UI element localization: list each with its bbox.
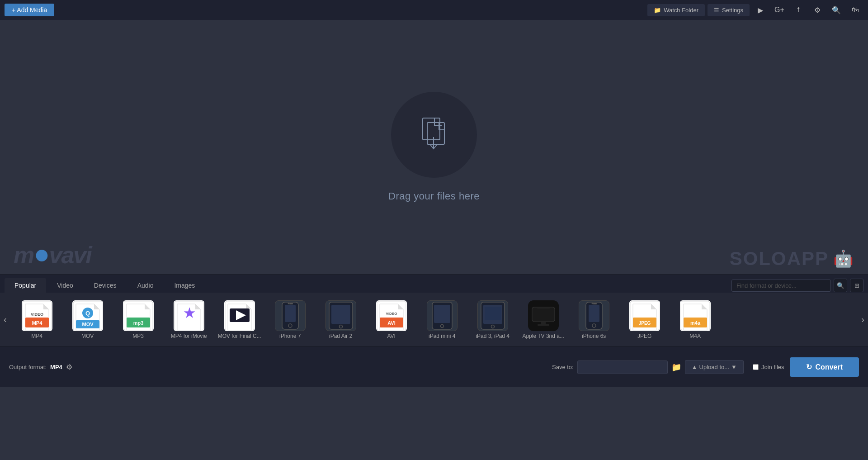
drop-zone-circle[interactable] bbox=[391, 92, 477, 178]
tab-audio[interactable]: Audio bbox=[127, 278, 164, 293]
svg-text:mp3: mp3 bbox=[133, 320, 143, 326]
format-tabs-left: Popular Video Devices Audio Images bbox=[5, 278, 205, 293]
svg-rect-50 bbox=[485, 307, 501, 320]
right-actions: Join files ↻ Convert bbox=[753, 357, 859, 377]
output-format-label: Output format: bbox=[9, 364, 47, 370]
facebook-icon: f bbox=[797, 6, 799, 14]
folder-icon: 📁 bbox=[654, 7, 661, 14]
format-item-mp4[interactable]: MP4 VIDEO MP4 bbox=[12, 296, 62, 343]
svg-rect-51 bbox=[532, 307, 555, 322]
save-to-section: Save to: 📁 ▲ Upload to... ▼ bbox=[552, 360, 744, 374]
svg-text:★: ★ bbox=[183, 306, 195, 320]
bottom-bar: Output format: MP4 ⚙ Save to: 📁 ▲ Upload… bbox=[0, 346, 868, 387]
svg-text:MOV: MOV bbox=[82, 322, 94, 327]
add-media-button[interactable]: + Add Media bbox=[5, 4, 54, 16]
format-label-ipadair2: iPad Air 2 bbox=[329, 333, 352, 339]
output-settings-button[interactable]: ⚙ bbox=[66, 363, 72, 371]
drop-icon bbox=[414, 114, 454, 156]
tab-popular[interactable]: Popular bbox=[5, 278, 46, 293]
format-icon-ipadmini4 bbox=[427, 300, 458, 331]
format-item-ipad3-ipad4[interactable]: iPad 3, iPad 4 bbox=[468, 296, 518, 343]
menu-icon: ☰ bbox=[714, 7, 719, 14]
gear-button[interactable]: ⚙ bbox=[809, 2, 826, 18]
svg-rect-53 bbox=[541, 322, 546, 324]
format-item-avi[interactable]: AVI VIDEO AVI bbox=[367, 296, 416, 343]
tab-video[interactable]: Video bbox=[47, 278, 83, 293]
googleplus-button[interactable]: G+ bbox=[771, 2, 788, 18]
format-icon-iphone6s bbox=[579, 300, 609, 331]
tab-images[interactable]: Images bbox=[164, 278, 205, 293]
format-search-input[interactable] bbox=[731, 280, 831, 292]
browse-folder-button[interactable]: 📁 bbox=[671, 362, 681, 372]
format-icon-imovie: ★ bbox=[174, 300, 204, 331]
format-icon-mov: Q MOV bbox=[72, 300, 103, 331]
grid-icon: ⊞ bbox=[854, 282, 859, 289]
format-label-finalcut: MOV for Final C... bbox=[218, 333, 261, 339]
youtube-button[interactable]: ▶ bbox=[752, 2, 769, 18]
store-button[interactable]: 🛍 bbox=[847, 2, 863, 18]
svg-rect-45 bbox=[434, 305, 450, 323]
format-label-ipadmini4: iPad mini 4 bbox=[429, 333, 455, 339]
format-item-iphone6s[interactable]: iPhone 6s bbox=[569, 296, 619, 343]
format-item-mp4-imovie[interactable]: ★ MP4 for iMovie bbox=[164, 296, 214, 343]
svg-rect-1 bbox=[427, 123, 444, 144]
format-label-mp4: MP4 bbox=[31, 333, 42, 339]
store-icon: 🛍 bbox=[852, 6, 859, 14]
svg-point-58 bbox=[591, 303, 593, 304]
format-icon-finalcut bbox=[224, 300, 255, 331]
format-nav-left[interactable]: ‹ bbox=[0, 293, 10, 346]
svg-rect-56 bbox=[589, 305, 599, 322]
upload-dropdown-arrow: ▼ bbox=[731, 364, 737, 370]
search-button[interactable]: 🔍 bbox=[828, 2, 844, 18]
format-label-mov: MOV bbox=[81, 333, 94, 339]
format-item-mov[interactable]: Q MOV MOV bbox=[63, 296, 113, 343]
svg-text:MP4: MP4 bbox=[32, 320, 42, 326]
format-search-section: 🔍 ⊞ bbox=[731, 279, 863, 292]
output-format-value: MP4 bbox=[50, 364, 62, 370]
watch-folder-button[interactable]: 📁 Watch Folder bbox=[647, 4, 705, 16]
join-files-checkbox-label[interactable]: Join files bbox=[753, 364, 784, 370]
convert-button[interactable]: ↻ Convert bbox=[790, 357, 859, 377]
format-items-list: MP4 VIDEO MP4 Q MOV bbox=[10, 293, 858, 346]
tab-devices[interactable]: Devices bbox=[84, 278, 127, 293]
format-nav-right[interactable]: › bbox=[858, 293, 868, 346]
format-icon-mp3: mp3 bbox=[123, 300, 154, 331]
facebook-button[interactable]: f bbox=[790, 2, 807, 18]
format-label-appletv: Apple TV 3nd a... bbox=[522, 333, 564, 339]
format-grid-button[interactable]: ⊞ bbox=[850, 279, 863, 292]
svg-text:VIDEO: VIDEO bbox=[31, 312, 43, 317]
svg-rect-36 bbox=[331, 305, 350, 324]
format-item-jpeg[interactable]: JPEG JPEG bbox=[620, 296, 670, 343]
format-icon-m4a: m4a bbox=[680, 300, 711, 331]
join-files-checkbox[interactable] bbox=[753, 364, 759, 370]
svg-point-33 bbox=[288, 303, 289, 304]
format-label-iphone7: iPhone 7 bbox=[279, 333, 301, 339]
format-icon-jpeg: JPEG bbox=[629, 300, 660, 331]
format-item-ipadair2[interactable]: iPad Air 2 bbox=[316, 296, 366, 343]
upload-to-button[interactable]: ▲ Upload to... ▼ bbox=[685, 360, 744, 374]
svg-rect-59 bbox=[593, 303, 597, 304]
android-shield-icon: 🤖 bbox=[833, 249, 854, 268]
format-item-appletv[interactable]: Apple TV 3nd a... bbox=[519, 296, 568, 343]
format-icon-ipadair2 bbox=[326, 300, 356, 331]
format-search-button[interactable]: 🔍 bbox=[834, 279, 847, 292]
format-item-m4a[interactable]: m4a M4A bbox=[670, 296, 720, 343]
top-bar-right: 📁 Watch Folder ☰ Settings ▶ G+ f ⚙ 🔍 🛍 bbox=[647, 2, 863, 18]
format-item-iphone7[interactable]: iPhone 7 bbox=[265, 296, 315, 343]
settings-button[interactable]: ☰ Settings bbox=[708, 4, 750, 16]
svg-text:JPEG: JPEG bbox=[638, 321, 651, 326]
soloapp-logo: SOLOAPP 🤖 bbox=[730, 248, 854, 270]
format-item-mov-finalcut[interactable]: MOV for Final C... bbox=[215, 296, 264, 343]
svg-rect-34 bbox=[289, 303, 293, 304]
format-item-ipadmini4[interactable]: iPad mini 4 bbox=[417, 296, 467, 343]
format-icon-avi: AVI VIDEO bbox=[376, 300, 407, 331]
upload-icon: ▲ bbox=[692, 364, 698, 370]
googleplus-icon: G+ bbox=[774, 6, 784, 14]
main-area: Drag your files here m●vavi SOLOAPP 🤖 bbox=[0, 20, 868, 274]
format-label-mp3: MP3 bbox=[132, 333, 144, 339]
format-icon-mp4: MP4 VIDEO bbox=[22, 300, 52, 331]
save-path-display bbox=[577, 360, 668, 374]
format-item-mp3[interactable]: mp3 MP3 bbox=[113, 296, 163, 343]
convert-icon: ↻ bbox=[806, 363, 812, 371]
svg-text:AVI: AVI bbox=[387, 320, 396, 326]
